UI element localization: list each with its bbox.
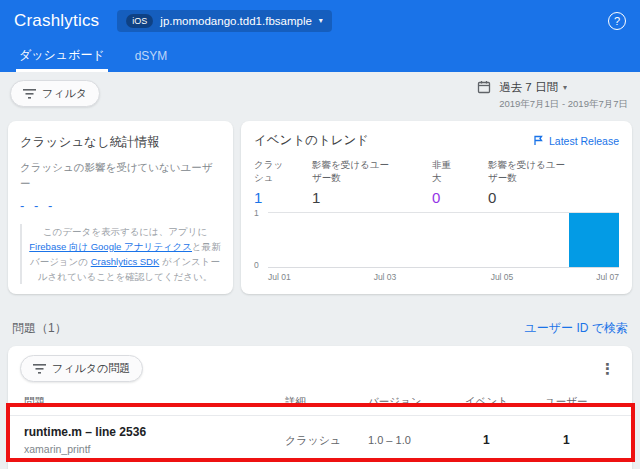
chevron-down-icon: ▾	[319, 16, 323, 25]
app-selector[interactable]: iOS jp.momodango.tdd1.fbsample ▾	[117, 10, 332, 33]
filter-chip[interactable]: フィルタ	[10, 80, 100, 107]
stat-value: 0	[432, 189, 456, 206]
crash-free-card-title: クラッシュなし統計情報	[20, 134, 221, 151]
app-bar: Crashlytics iOS jp.momodango.tdd1.fbsamp…	[0, 0, 640, 42]
crash-free-stats-card: クラッシュなし統計情報 クラッシュの影響を受けていないユーザー - - - この…	[8, 121, 233, 294]
google-analytics-link[interactable]: Firebase 向け Google アナリティクス	[29, 241, 192, 252]
date-range-text: 過去 7 日間 ▾ 2019年7月1日 - 2019年7月7日	[499, 80, 628, 111]
date-range-detail: 2019年7月1日 - 2019年7月7日	[499, 98, 628, 111]
table-header-row: 問題 詳細 バージョン イベント ユーザー	[8, 389, 632, 416]
issues-table-card: フィルタの問題 ⋮ 問題 詳細 バージョン イベント ユーザー runtime.…	[8, 346, 632, 469]
trend-chart: 1 0 Jul 01 Jul 03 Jul 05 Jul 07	[254, 212, 619, 285]
stat-value: 1	[312, 189, 396, 206]
note-text: このデータを表示するには、アプリに	[43, 226, 207, 237]
stat-nonfatal-affected-users: 影響を受けるユーザー数 0	[488, 158, 572, 206]
issue-title: runtime.m – line 2536	[24, 425, 285, 439]
stat-nonfatals: 非重大 0	[432, 158, 456, 206]
trend-chart-plot	[268, 212, 619, 268]
issues-count-label: 問題（1）	[12, 320, 67, 337]
platform-badge: iOS	[126, 14, 153, 29]
x-tick-label: Jul 03	[374, 272, 397, 282]
issue-detail: クラッシュ	[285, 433, 368, 448]
issue-filter-chip-label: フィルタの問題	[52, 361, 130, 376]
x-tick-label: Jul 07	[596, 272, 619, 282]
tab-dsym[interactable]: dSYM	[132, 42, 171, 72]
x-axis-ticks: Jul 01 Jul 03 Jul 05 Jul 07	[268, 271, 619, 285]
y-axis-tick-label: 1	[254, 208, 259, 218]
trend-bar	[569, 213, 619, 267]
crash-free-card-subtitle: クラッシュの影響を受けていないユーザー	[20, 160, 221, 192]
latest-release-label: Latest Release	[549, 135, 619, 147]
date-range-label: 過去 7 日間	[499, 80, 558, 95]
brand-title: Crashlytics	[14, 11, 99, 31]
search-by-user-id-link[interactable]: ユーザー ID で検索	[524, 320, 628, 337]
stat-label: 影響を受けるユーザー数	[488, 158, 572, 185]
crash-free-note: このデータを表示するには、アプリに Firebase 向け Google アナリ…	[20, 224, 221, 285]
issue-row[interactable]: runtime.m – line 2536 xamarin_printf クラッ…	[8, 416, 632, 464]
issue-filter-chip[interactable]: フィルタの問題	[20, 355, 143, 382]
event-trend-card: イベントのトレンド Latest Release クラッシュ 1 影響を受	[241, 121, 632, 294]
column-header-version: バージョン	[368, 395, 465, 409]
column-header-events: イベント	[465, 395, 545, 409]
filter-row: フィルタ 過去 7 日間 ▾ 2019年7月1日 - 2019年7月7日	[10, 80, 630, 111]
x-tick-label: Jul 01	[268, 272, 291, 282]
chevron-down-icon: ▾	[563, 83, 567, 92]
issue-subtitle: xamarin_printf	[24, 443, 285, 455]
stat-value: 0	[488, 189, 572, 206]
issues-header-row: 問題（1） ユーザー ID で検索	[12, 320, 628, 337]
trend-card-title: イベントのトレンド	[254, 132, 369, 149]
issue-cell: runtime.m – line 2536 xamarin_printf	[24, 425, 285, 455]
column-header-users: ユーザー	[545, 395, 616, 409]
stat-label: 非重大	[432, 158, 456, 185]
column-header-detail: 詳細	[285, 395, 368, 409]
issue-user-count: 1	[545, 433, 616, 447]
help-icon[interactable]: ?	[608, 12, 626, 30]
filter-icon	[23, 89, 36, 99]
stat-label: クラッシュ	[254, 158, 290, 185]
stat-crashes: クラッシュ 1	[254, 158, 290, 206]
latest-release-icon	[533, 135, 544, 146]
filter-icon	[33, 364, 46, 374]
crash-free-placeholder-value: - - -	[20, 198, 221, 213]
app-id-label: jp.momodango.tdd1.fbsample	[160, 15, 312, 27]
stat-label: 影響を受けるユーザー数	[312, 158, 396, 185]
date-range-picker[interactable]: 過去 7 日間 ▾ 2019年7月1日 - 2019年7月7日	[477, 80, 630, 111]
x-tick-label: Jul 05	[491, 272, 514, 282]
calendar-icon	[477, 80, 491, 94]
stat-value: 1	[254, 189, 290, 206]
y-axis-tick-label: 0	[254, 260, 259, 270]
crashlytics-sdk-link[interactable]: Crashlytics SDK	[91, 256, 160, 267]
trend-stats-row: クラッシュ 1 影響を受けるユーザー数 1 非重大 0 影響を受けるユーザー数 …	[254, 158, 619, 206]
filter-chip-label: フィルタ	[42, 86, 87, 101]
crashlytics-dashboard: Crashlytics iOS jp.momodango.tdd1.fbsamp…	[0, 0, 640, 469]
main-content: フィルタ 過去 7 日間 ▾ 2019年7月1日 - 2019年7月7日	[0, 72, 640, 469]
tab-dashboard[interactable]: ダッシュボード	[16, 42, 108, 72]
issue-version: 1.0 – 1.0	[368, 434, 465, 446]
issues-table-toolbar: フィルタの問題 ⋮	[8, 355, 632, 389]
cards-row: クラッシュなし統計情報 クラッシュの影響を受けていないユーザー - - - この…	[8, 121, 632, 294]
tab-bar: ダッシュボード dSYM	[0, 42, 640, 72]
overflow-menu-icon[interactable]: ⋮	[595, 360, 620, 378]
stat-crash-affected-users: 影響を受けるユーザー数 1	[312, 158, 396, 206]
latest-release-link[interactable]: Latest Release	[533, 135, 619, 147]
issue-event-count: 1	[465, 433, 545, 447]
column-header-issue: 問題	[24, 395, 285, 409]
